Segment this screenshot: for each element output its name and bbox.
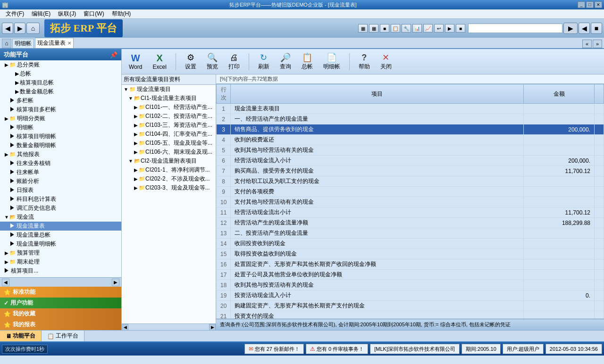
table-row[interactable]: 13二、投资活动产生的现金流量 xyxy=(217,228,604,239)
table-row[interactable]: 19投资活动现金流入小计0. xyxy=(217,290,604,301)
tree-item-interest[interactable]: ▶ 科目利息计算表 xyxy=(0,195,121,204)
expand-general[interactable]: ▶ xyxy=(4,62,9,68)
tab-nav-next[interactable]: » xyxy=(593,40,602,48)
tree-item-qty-detail[interactable]: ▶ 数量金额明细帐 xyxy=(0,141,121,150)
tree-item-other[interactable]: ▶ 📁 其他报表 xyxy=(0,150,121,159)
tool-extra-1[interactable]: ◀ xyxy=(579,23,590,34)
tool-icon-1[interactable]: ▦ xyxy=(358,24,368,33)
tool-icon-6[interactable]: 📊 xyxy=(412,24,422,33)
left-tree-ci102[interactable]: ▶ 📁 CI102-二、投资活动产生... xyxy=(122,112,216,121)
search-go[interactable]: ▶ xyxy=(563,23,578,34)
tree-item-yearend[interactable]: ▶ 📁 期末处理 xyxy=(0,257,121,266)
table-row[interactable]: 9支付的各项税费 xyxy=(217,187,604,197)
tree-item-exchg[interactable]: ▶ 调汇历史信息表 xyxy=(0,204,121,213)
tree-item-detail-cat[interactable]: ▶ 📁 明细分类账 xyxy=(0,114,121,123)
hscroll-left[interactable]: ◀ xyxy=(122,324,128,330)
menu-help[interactable]: 帮助(H) xyxy=(108,9,135,18)
table-row[interactable]: 1现金流量主表项目 xyxy=(217,104,604,114)
left-tree-ci103[interactable]: ▶ 📁 CI103-三、筹资活动产生... xyxy=(122,121,216,130)
table-row[interactable]: 3销售商品、提供劳务收到的现金200,000. xyxy=(217,124,604,135)
table-row[interactable]: 14收回投资收到的现金 xyxy=(217,239,604,249)
tree-item-cashflow-cat[interactable]: ▼ 📂 现金流 xyxy=(0,213,121,222)
tree-item-total[interactable]: ▶ 总帐 xyxy=(0,69,121,78)
tree-item-aging[interactable]: ▶ 账龄分析 xyxy=(0,177,121,186)
btn-query[interactable]: 🔎 查询 xyxy=(277,51,294,72)
tree-item-multi[interactable]: ▶ 多栏帐 xyxy=(0,96,121,105)
tree-item-daily[interactable]: ▶ 日报表 xyxy=(0,186,121,195)
maximize-btn[interactable]: □ xyxy=(586,1,594,8)
tree-item-more[interactable]: ▶ 核算项目... xyxy=(0,266,121,275)
tool-extra-2[interactable]: ■ xyxy=(591,23,602,34)
scroll-right[interactable]: ▶ xyxy=(112,279,119,286)
table-row[interactable]: 12经营活动产生的现金流量净额188,299.88 xyxy=(217,218,604,228)
btn-ledger[interactable]: 📋 总帐 xyxy=(298,51,316,72)
btn-settings[interactable]: ⚙ 设置 xyxy=(182,51,200,72)
tree-item-bill[interactable]: ▶ 往来帐单 xyxy=(0,168,121,177)
table-row[interactable]: 15取得投资收益收到的现金 xyxy=(217,249,604,259)
left-tree-root[interactable]: ▼ 📁 现金流量项目 xyxy=(122,85,216,94)
left-tree-ci203[interactable]: ▶ 📁 CI203-3、现金及现金等... xyxy=(122,183,216,192)
minimize-btn[interactable]: _ xyxy=(578,1,585,8)
nav-standard[interactable]: ⭐ 标准功能 xyxy=(0,287,121,298)
mail-info[interactable]: ✉ 您有 27 份新邮件！ xyxy=(244,344,304,354)
nav-favorites[interactable]: ⭐ 我的收藏 xyxy=(0,308,121,319)
menu-file[interactable]: 文件(F) xyxy=(2,9,28,18)
tree-item-biz[interactable]: ▶ 往来业务核销 xyxy=(0,159,121,168)
scroll-left[interactable]: ◀ xyxy=(2,279,9,286)
left-tree-ci201[interactable]: ▶ 📁 CI201-1、将净利润调节... xyxy=(122,165,216,174)
forward-button[interactable]: ▶ xyxy=(14,23,25,34)
btn-detail-ledger[interactable]: 📄 明细帐 xyxy=(320,51,344,72)
tab-cashflow-close[interactable]: ✕ xyxy=(67,41,71,46)
home-button[interactable]: ⌂ xyxy=(26,23,40,34)
func-tab-work[interactable]: 📋 工作平台 xyxy=(42,331,84,341)
tab-nav-prev[interactable]: « xyxy=(582,40,592,48)
btn-refresh[interactable]: ↻ 刷新 xyxy=(255,51,273,72)
table-row[interactable]: 11经营活动现金流出小计11,700.12 xyxy=(217,207,604,218)
btn-help[interactable]: ? 帮助 xyxy=(355,51,373,72)
tool-icon-8[interactable]: ↩ xyxy=(434,24,444,33)
left-tree-ci2[interactable]: ▼ 📂 CI2-现金流量附表项目 xyxy=(122,157,216,165)
tree-item-detail[interactable]: ▶ 明细帐 xyxy=(0,123,121,132)
tool-icon-7[interactable]: 📈 xyxy=(423,24,433,33)
tool-icon-4[interactable]: 📋 xyxy=(391,24,400,33)
expand-budget[interactable]: ▶ xyxy=(4,250,9,256)
table-row[interactable]: 20购建固定资产、无形资产和其他长期资产支付的现金 xyxy=(217,301,604,311)
tree-item-cashflow-total[interactable]: ▶ 现金流量总帐 xyxy=(0,231,121,240)
tab-cashflow[interactable]: 现金流量表 ✕ xyxy=(35,38,74,48)
tree-item-budget[interactable]: ▶ 📁 预算管理 xyxy=(0,248,121,257)
btn-word[interactable]: W Word xyxy=(126,51,145,72)
sidebar-pin[interactable]: 📌 xyxy=(110,51,117,58)
left-tree-ci1[interactable]: ▼ 📂 CI1-现金流量主表项目 xyxy=(122,94,216,103)
table-row[interactable]: 21投资支付的现金 xyxy=(217,311,604,319)
btn-preview[interactable]: 🔍 预览 xyxy=(203,51,221,72)
tool-icon-2[interactable]: ▦ xyxy=(369,24,378,33)
tree-item-general[interactable]: ▶ 📁 总分类账 xyxy=(0,60,121,69)
btn-excel[interactable]: X Excel xyxy=(149,51,169,72)
nav-user[interactable]: ✓ 用户功能 xyxy=(0,298,121,308)
tree-item-cashflow-detail[interactable]: ▶ 现金流量明细帐 xyxy=(0,240,121,248)
close-window-btn[interactable]: ✕ xyxy=(595,1,602,8)
table-row[interactable]: 6经营活动现金流入小计200,000. xyxy=(217,156,604,166)
expand-detail-cat[interactable]: ▶ xyxy=(4,116,9,122)
tool-icon-3[interactable]: ■ xyxy=(380,24,389,33)
left-tree-ci202[interactable]: ▶ 📁 CI202-2、不涉及现金收... xyxy=(122,174,216,183)
tree-item-detail-proj[interactable]: ▶ 核算项目明细帐 xyxy=(0,132,121,141)
back-button[interactable]: ◀ xyxy=(2,23,13,34)
func-tab-platform[interactable]: 🖥 功能平台 xyxy=(0,331,42,341)
tree-item-multiproj[interactable]: ▶ 核算项目多栏帐 xyxy=(0,105,121,114)
tool-icon-10[interactable]: ■ xyxy=(456,24,465,33)
table-row[interactable]: 8支付给职工以及为职工支付的现金 xyxy=(217,176,604,187)
table-row[interactable]: 10支付其他与经营活动有关的现金 xyxy=(217,197,604,207)
menu-connect[interactable]: 纵联(J) xyxy=(54,9,80,18)
table-row[interactable]: 17处置子公司及其他营业单位收到的现金净额 xyxy=(217,270,604,280)
btn-print[interactable]: 🖨 打印 xyxy=(225,51,243,72)
nav-reports[interactable]: ⭐ 我的报表 xyxy=(0,319,121,330)
menu-window[interactable]: 窗口(W) xyxy=(80,9,108,18)
tree-item-calcproj[interactable]: ▶ 核算项目总帐 xyxy=(0,78,121,87)
table-row[interactable]: 2一、经营活动产生的现金流量 xyxy=(217,114,604,124)
left-tree-ci101[interactable]: ▶ 📁 CI101-一、经营活动产生... xyxy=(122,103,216,112)
table-row[interactable]: 16处置固定资产、无形资产和其他长期资产收回的现金净额 xyxy=(217,259,604,270)
task-info[interactable]: ⚠ 您有 0 件审核事务！ xyxy=(306,344,368,354)
left-tree-ci105[interactable]: ▶ 📁 CI105-五、现金及现金等... xyxy=(122,139,216,148)
menu-edit[interactable]: 编辑(E) xyxy=(28,9,54,18)
